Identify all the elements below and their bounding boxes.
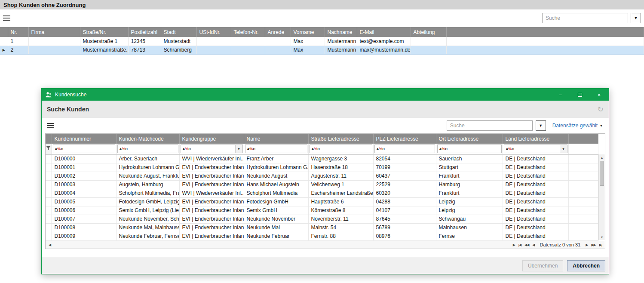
table-cell[interactable]: Stuttgart [436,163,503,172]
records-selected-dropdown[interactable]: Datensätze gewählt ▼ [552,123,603,129]
pager-last-button[interactable]: ▶| [598,243,604,247]
scrollbar-thumb[interactable] [600,161,604,186]
refresh-icon[interactable]: ↻ [598,106,604,113]
filter-input[interactable]: A%C [374,145,435,153]
maximize-button[interactable] [570,89,589,101]
hscroll-right-button[interactable]: ▶ [511,243,517,247]
pager-first-button[interactable]: |◀ [517,243,523,247]
table-cell[interactable]: DE | Deutschland [503,232,568,240]
table-cell[interactable]: DE | Deutschland [503,172,568,180]
column-header[interactable]: Nr. [8,27,28,37]
table-cell[interactable]: 2 [8,46,28,54]
table-cell[interactable]: Sauerlach [436,154,503,163]
filter-combo-arrow-icon[interactable]: ▼ [235,145,242,153]
filter-input[interactable]: A%C [437,145,502,153]
table-cell[interactable]: Mainhausen [436,223,503,232]
column-header[interactable]: Land Lieferadresse [503,134,568,144]
table-row[interactable]: D100002Neukunde August, FrankfurtEVI | E… [46,172,598,180]
dialog-search-input[interactable] [447,120,533,131]
table-cell[interactable]: Fernstr. 88 [308,232,373,240]
table-cell[interactable]: DE | Deutschland [503,215,568,223]
table-cell[interactable]: EVI | Endverbraucher Inland [179,206,244,215]
table-row[interactable]: D100003Augstein, HamburgEVI | Endverbrau… [46,180,598,189]
table-row[interactable]: D100004Scholphort Multimedia, Fra...WVI … [46,189,598,197]
filter-input[interactable]: A%C [53,145,115,153]
table-cell[interactable]: D100006 [52,206,116,215]
table-row[interactable]: 1Musterstraße 112345MusterstadtMaxMuster… [0,37,644,46]
column-header[interactable]: Stadt [161,27,196,37]
column-header[interactable]: Straße/Nr. [80,27,128,37]
table-cell[interactable]: DE | Deutschland [503,223,568,232]
table-row[interactable]: D100008Neukunde Mai, MainhausenEVI | End… [46,223,598,232]
scroll-up-button[interactable]: ▲ [599,154,605,161]
table-cell[interactable]: Musterstraße 1 [80,37,128,46]
column-header[interactable]: E-Mail [357,27,411,37]
filter-combo-arrow-icon[interactable]: ▼ [560,145,567,153]
table-cell[interactable]: 1 [8,37,28,46]
column-header[interactable]: Straße Lieferadresse [308,134,373,144]
table-cell[interactable] [28,37,80,46]
table-cell[interactable]: Scholphort Multimedia [244,189,308,197]
table-cell[interactable]: 82054 [373,154,436,163]
apply-button[interactable]: Übernehmen [522,260,563,271]
filter-input[interactable]: A%C [245,145,307,153]
table-cell[interactable]: 04288 [373,197,436,206]
table-cell[interactable]: WVI | Wiederverkäufer Inl... [179,154,244,163]
table-row[interactable]: D100007Neukunde November, Sch...EVI | En… [46,215,598,223]
column-header[interactable]: Kundengruppe [179,134,244,144]
table-cell[interactable]: Neukunde Februar, Fernse [116,232,179,240]
table-cell[interactable] [196,46,231,54]
table-cell[interactable]: Max [291,37,325,46]
table-cell[interactable]: Novemberstr. 11 [308,215,373,223]
column-header[interactable]: Anrede [265,27,291,37]
scrollbar-track[interactable] [599,161,605,234]
table-cell[interactable]: Neukunde Mai, Mainhausen [116,223,179,232]
filter-input[interactable]: A%C [310,145,372,153]
table-cell[interactable]: max@mustermann.de [357,46,411,54]
table-cell[interactable]: Neukunde August, Frankfurt [116,172,179,180]
table-cell[interactable]: EVI | Endverbraucher Inland [179,223,244,232]
table-cell[interactable]: EVI | Endverbraucher Inland [179,232,244,240]
table-cell[interactable]: D100002 [52,172,116,180]
table-cell[interactable]: Mustermann [325,46,357,54]
column-header[interactable]: Telefon-Nr. [231,27,265,37]
table-row[interactable]: D100009Neukunde Februar, FernseEVI | End… [46,232,598,240]
table-cell[interactable]: D100004 [52,189,116,197]
table-cell[interactable]: 70199 [373,163,436,172]
table-cell[interactable]: Augustenstr. 11 [308,172,373,180]
column-header[interactable]: PLZ Lieferadresse [373,134,436,144]
table-cell[interactable]: Semix GmbH, Leipzig (Liefe... [116,206,179,215]
table-cell[interactable] [411,46,446,54]
column-header[interactable]: USt-IdNr. [196,27,231,37]
dialog-titlebar[interactable]: Kundensuche − × [42,89,609,101]
filter-input[interactable]: A%C [117,145,178,153]
table-cell[interactable]: 78713 [128,46,161,54]
table-cell[interactable]: Scholphort Multimedia, Fra... [116,189,179,197]
table-row[interactable]: D100001Hydrokulturen Lohmann G...EVI | E… [46,163,598,172]
table-cell[interactable]: 22529 [373,180,436,189]
table-cell[interactable]: Mainstr. 54 [308,223,373,232]
table-cell[interactable]: DE | Deutschland [503,180,568,189]
vertical-scrollbar[interactable]: ▲ ▼ [598,154,605,240]
table-cell[interactable]: D100001 [52,163,116,172]
hscroll-left-button[interactable]: ◀ [47,243,52,247]
table-cell[interactable]: Neukunde Februar [244,232,308,240]
table-cell[interactable]: Neukunde November, Sch... [116,215,179,223]
column-header[interactable]: Vorname [291,27,325,37]
column-header[interactable]: Nachname [325,27,357,37]
table-cell[interactable]: EVI | Endverbraucher Inland [179,172,244,180]
table-cell[interactable]: Fotodesign GmbH [244,197,308,206]
column-header[interactable]: Name [244,134,308,144]
minimize-button[interactable]: − [551,89,570,101]
scroll-down-button[interactable]: ▼ [599,234,605,240]
dialog-menu-icon[interactable] [47,123,54,128]
close-button[interactable]: × [589,89,609,101]
table-cell[interactable]: Hydrokulturen Lohmann G... [116,163,179,172]
table-cell[interactable]: 60320 [373,189,436,197]
column-header[interactable]: Ort Lieferadresse [436,134,503,144]
table-cell[interactable]: Arber, Sauerlach [116,154,179,163]
table-cell[interactable]: D100003 [52,180,116,189]
table-row[interactable]: D100006Semix GmbH, Leipzig (Liefe...EVI … [46,206,598,215]
table-cell[interactable]: DE | Deutschland [503,163,568,172]
table-cell[interactable]: Hauptstraße 6 [308,197,373,206]
